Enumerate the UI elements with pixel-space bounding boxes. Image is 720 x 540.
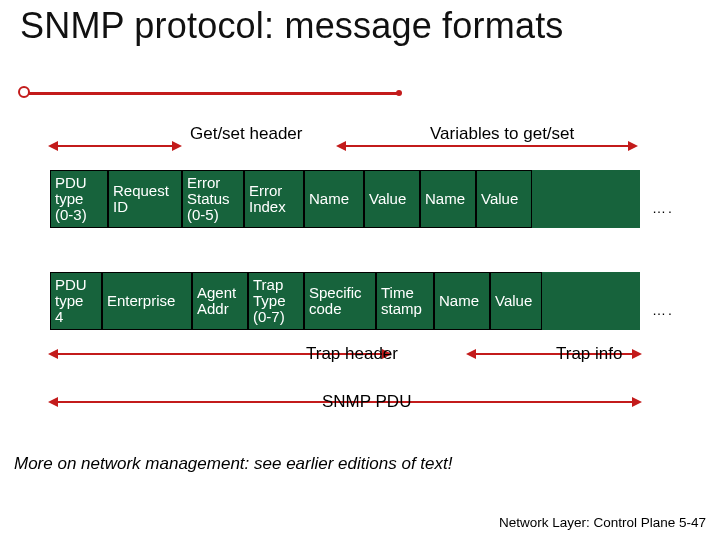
- field-request-id: RequestID: [108, 170, 182, 228]
- page-number: Network Layer: Control Plane 5-47: [499, 515, 706, 530]
- field-trap-type: TrapType(0-7): [248, 272, 304, 330]
- field-name-1: Name: [304, 170, 364, 228]
- ellipsis-icon: ….: [652, 200, 674, 216]
- slide-title: SNMP protocol: message formats: [20, 6, 700, 46]
- field-agent-addr: AgentAddr: [192, 272, 248, 330]
- field-pdu-type-4: PDUtype4: [50, 272, 102, 330]
- field-error-index: ErrorIndex: [244, 170, 304, 228]
- trap-header-label: Trap header: [306, 344, 398, 364]
- trap-info-label: Trap info: [556, 344, 622, 364]
- getset-pdu-row: PDUtype(0-3) RequestID ErrorStatus(0-5) …: [50, 170, 640, 228]
- variables-label: Variables to get/set: [430, 124, 574, 144]
- trap-pdu-row: PDUtype4 Enterprise AgentAddr TrapType(0…: [50, 272, 640, 330]
- field-specific-code: Specificcode: [304, 272, 376, 330]
- title-underline: [20, 92, 400, 95]
- field-enterprise: Enterprise: [102, 272, 192, 330]
- field-pdu-type: PDUtype(0-3): [50, 170, 108, 228]
- snmp-pdu-label: SNMP PDU: [322, 392, 411, 412]
- field-error-status: ErrorStatus(0-5): [182, 170, 244, 228]
- field-value-1: Value: [364, 170, 420, 228]
- field-name-trap: Name: [434, 272, 490, 330]
- field-value-trap: Value: [490, 272, 542, 330]
- field-time-stamp: Timestamp: [376, 272, 434, 330]
- field-value-2: Value: [476, 170, 532, 228]
- footnote-text: More on network management: see earlier …: [14, 454, 452, 474]
- ellipsis-icon: ….: [652, 302, 674, 318]
- field-name-2: Name: [420, 170, 476, 228]
- getset-header-label: Get/set header: [190, 124, 302, 144]
